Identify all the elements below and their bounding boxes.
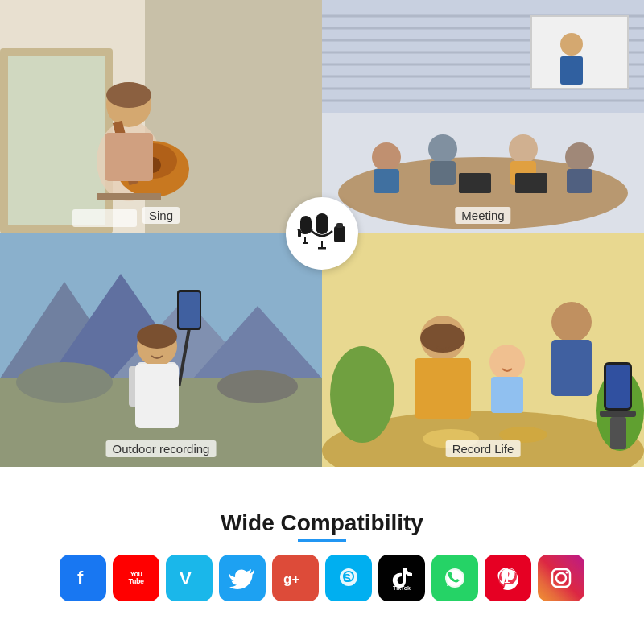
title-underline xyxy=(298,539,346,542)
svg-rect-74 xyxy=(304,237,306,242)
meeting-label: Meeting xyxy=(455,207,510,224)
svg-rect-71 xyxy=(610,417,626,449)
page-container: Sing xyxy=(0,0,644,644)
pinterest-icon[interactable]: P xyxy=(485,555,531,601)
svg-rect-67 xyxy=(551,340,592,396)
photo-cell-sing: Sing xyxy=(0,0,322,233)
facebook-icon[interactable]: f xyxy=(60,555,106,601)
svg-point-46 xyxy=(217,370,298,402)
svg-point-26 xyxy=(560,33,583,56)
svg-rect-52 xyxy=(179,292,200,328)
svg-rect-76 xyxy=(316,213,328,234)
svg-rect-37 xyxy=(459,173,491,193)
svg-rect-78 xyxy=(318,247,326,250)
svg-rect-80 xyxy=(336,223,343,228)
svg-rect-65 xyxy=(491,377,523,413)
photo-cell-meeting: Meeting xyxy=(322,0,644,233)
instagram-icon[interactable] xyxy=(538,555,584,601)
bottom-section: Wide Compatibility f You Tube V xyxy=(0,467,644,644)
svg-rect-3 xyxy=(8,56,105,225)
svg-point-30 xyxy=(428,134,457,163)
center-mic-circle xyxy=(286,197,358,270)
svg-text:S: S xyxy=(343,571,351,584)
svg-point-90 xyxy=(566,571,568,573)
svg-point-32 xyxy=(565,142,594,171)
svg-point-29 xyxy=(372,142,401,171)
svg-point-49 xyxy=(137,324,177,349)
svg-rect-27 xyxy=(560,56,583,85)
svg-point-45 xyxy=(16,362,113,402)
tiktok-icon[interactable]: TikTok xyxy=(378,555,425,601)
photo-cell-outdoor: Outdoor recording xyxy=(0,233,322,467)
skype-icon[interactable]: S xyxy=(325,555,372,601)
record-label: Record Life xyxy=(446,440,521,457)
svg-rect-4 xyxy=(145,0,322,233)
svg-text:f: f xyxy=(77,568,84,588)
svg-rect-54 xyxy=(135,364,179,428)
vimeo-icon[interactable]: V xyxy=(166,555,213,601)
svg-rect-63 xyxy=(415,358,471,419)
svg-point-62 xyxy=(420,324,465,353)
social-icons-row: f You Tube V xyxy=(60,555,584,601)
svg-point-31 xyxy=(509,134,538,163)
mic-svg xyxy=(294,212,350,256)
svg-rect-14 xyxy=(72,209,137,227)
twitter-icon[interactable] xyxy=(219,555,266,601)
svg-text:V: V xyxy=(180,568,192,588)
sing-label: Sing xyxy=(142,207,180,224)
svg-point-59 xyxy=(330,346,394,443)
svg-text:P: P xyxy=(504,568,514,586)
svg-rect-12 xyxy=(105,133,153,181)
page-title: Wide Compatibility xyxy=(221,510,423,536)
svg-point-66 xyxy=(551,302,592,342)
outdoor-label: Outdoor recording xyxy=(106,440,217,457)
photo-grid: Sing xyxy=(0,0,644,467)
svg-rect-34 xyxy=(430,161,456,185)
svg-rect-70 xyxy=(600,411,636,417)
youtube-icon[interactable]: You Tube xyxy=(113,555,159,601)
svg-text:g+: g+ xyxy=(283,572,299,587)
svg-rect-36 xyxy=(567,169,592,193)
svg-rect-75 xyxy=(303,242,308,244)
photo-cell-record: Record Life xyxy=(322,233,644,467)
svg-rect-33 xyxy=(374,169,399,193)
google-plus-icon[interactable]: g+ xyxy=(272,555,319,601)
svg-rect-79 xyxy=(334,226,345,242)
svg-point-89 xyxy=(556,573,566,583)
whatsapp-icon[interactable] xyxy=(431,555,478,601)
svg-point-7 xyxy=(106,82,151,108)
svg-rect-13 xyxy=(97,193,161,200)
svg-rect-69 xyxy=(606,365,630,408)
svg-rect-38 xyxy=(515,173,547,193)
svg-point-64 xyxy=(489,345,525,380)
svg-rect-77 xyxy=(321,241,323,247)
